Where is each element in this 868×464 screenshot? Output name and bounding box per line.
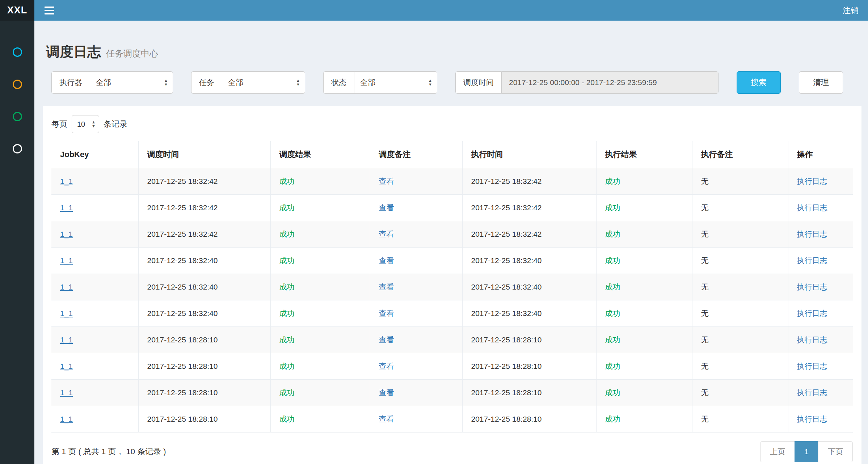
- table-row: 1_1 2017-12-25 18:32:40 成功 查看 2017-12-25…: [51, 300, 853, 326]
- circle-icon: [13, 47, 22, 57]
- handle-result-text: 成功: [605, 362, 620, 370]
- handle-time-cell: 2017-12-25 18:32:40: [462, 247, 596, 274]
- jobkey-link[interactable]: 1_1: [60, 388, 73, 397]
- handle-time-cell: 2017-12-25 18:28:10: [462, 353, 596, 379]
- handle-time-cell: 2017-12-25 18:28:10: [462, 406, 596, 432]
- sidebar-item-3[interactable]: [0, 100, 34, 132]
- exec-log-link[interactable]: 执行日志: [797, 415, 827, 423]
- handle-result-text: 成功: [605, 388, 620, 397]
- handle-time-cell: 2017-12-25 18:28:10: [462, 326, 596, 353]
- handle-time-cell: 2017-12-25 18:32:40: [462, 274, 596, 300]
- exec-log-link[interactable]: 执行日志: [797, 362, 827, 370]
- handle-msg-cell: 无: [692, 274, 788, 300]
- job-filter-label: 任务: [191, 71, 222, 94]
- handle-msg-cell: 无: [692, 326, 788, 353]
- logout-link[interactable]: 注销: [843, 5, 859, 16]
- sidebar-toggle-icon[interactable]: [45, 7, 54, 14]
- trigger-time-cell: 2017-12-25 18:28:10: [138, 353, 270, 379]
- clear-button[interactable]: 清理: [799, 71, 843, 94]
- jobkey-link[interactable]: 1_1: [60, 362, 73, 370]
- col-trigger-result: 调度结果: [270, 141, 370, 168]
- search-button[interactable]: 搜索: [737, 71, 781, 94]
- trigger-time-cell: 2017-12-25 18:32:40: [138, 300, 270, 326]
- sidebar-item-2[interactable]: [0, 68, 34, 100]
- sidebar: [0, 21, 34, 464]
- executor-filter-group: 执行器 全部 ▲▼: [51, 71, 173, 94]
- trigger-msg-link[interactable]: 查看: [379, 203, 394, 212]
- trigger-time-cell: 2017-12-25 18:32:42: [138, 168, 270, 194]
- col-trigger-msg: 调度备注: [370, 141, 462, 168]
- trigger-time-filter-group: 调度时间: [455, 71, 719, 94]
- status-filter-group: 状态 全部 ▲▼: [323, 71, 437, 94]
- executor-select[interactable]: 全部: [90, 71, 173, 94]
- jobkey-link[interactable]: 1_1: [60, 177, 73, 185]
- handle-msg-cell: 无: [692, 300, 788, 326]
- trigger-time-cell: 2017-12-25 18:28:10: [138, 379, 270, 406]
- app-logo[interactable]: XXL: [0, 0, 34, 21]
- sidebar-item-1[interactable]: [0, 36, 34, 68]
- trigger-msg-link[interactable]: 查看: [379, 309, 394, 317]
- navbar-main: 注销: [34, 0, 868, 21]
- handle-msg-cell: 无: [692, 247, 788, 274]
- exec-log-link[interactable]: 执行日志: [797, 283, 827, 291]
- log-table: JobKey 调度时间 调度结果 调度备注 执行时间 执行结果 执行备注 操作 …: [51, 141, 853, 433]
- per-page-select[interactable]: 10: [72, 115, 99, 133]
- exec-log-link[interactable]: 执行日志: [797, 388, 827, 397]
- jobkey-link[interactable]: 1_1: [60, 415, 73, 423]
- handle-msg-cell: 无: [692, 406, 788, 432]
- trigger-msg-link[interactable]: 查看: [379, 283, 394, 291]
- trigger-msg-link[interactable]: 查看: [379, 415, 394, 423]
- trigger-time-range-input[interactable]: [501, 71, 719, 94]
- trigger-msg-link[interactable]: 查看: [379, 230, 394, 238]
- table-row: 1_1 2017-12-25 18:28:10 成功 查看 2017-12-25…: [51, 353, 853, 379]
- circle-icon: [13, 144, 22, 153]
- page-subtitle: 任务调度中心: [106, 48, 158, 58]
- trigger-msg-link[interactable]: 查看: [379, 388, 394, 397]
- handle-result-text: 成功: [605, 256, 620, 265]
- sidebar-item-4[interactable]: [0, 132, 34, 165]
- table-row: 1_1 2017-12-25 18:28:10 成功 查看 2017-12-25…: [51, 379, 853, 406]
- jobkey-link[interactable]: 1_1: [60, 230, 73, 238]
- handle-time-cell: 2017-12-25 18:32:40: [462, 300, 596, 326]
- trigger-msg-link[interactable]: 查看: [379, 256, 394, 265]
- col-handle-msg: 执行备注: [692, 141, 788, 168]
- handle-time-cell: 2017-12-25 18:32:42: [462, 168, 596, 194]
- exec-log-link[interactable]: 执行日志: [797, 336, 827, 344]
- exec-log-link[interactable]: 执行日志: [797, 309, 827, 317]
- handle-msg-cell: 无: [692, 168, 788, 194]
- handle-msg-cell: 无: [692, 194, 788, 221]
- table-row: 1_1 2017-12-25 18:32:42 成功 查看 2017-12-25…: [51, 168, 853, 194]
- jobkey-link[interactable]: 1_1: [60, 309, 73, 317]
- jobkey-link[interactable]: 1_1: [60, 256, 73, 265]
- jobkey-link[interactable]: 1_1: [60, 336, 73, 344]
- circle-icon: [13, 80, 22, 89]
- trigger-result-text: 成功: [279, 177, 295, 185]
- status-select[interactable]: 全部: [354, 71, 437, 94]
- trigger-msg-link[interactable]: 查看: [379, 336, 394, 344]
- trigger-time-cell: 2017-12-25 18:32:42: [138, 221, 270, 247]
- pagination: 上页 1 下页: [760, 441, 853, 462]
- per-page-control: 每页 10 ▲▼ 条记录: [51, 114, 853, 141]
- trigger-msg-link[interactable]: 查看: [379, 362, 394, 370]
- handle-result-text: 成功: [605, 230, 620, 238]
- trigger-msg-link[interactable]: 查看: [379, 177, 394, 185]
- next-page-button[interactable]: 下页: [818, 441, 853, 462]
- content-area: 调度日志任务调度中心 执行器 全部 ▲▼ 任务 全部 ▲▼: [34, 21, 868, 464]
- jobkey-link[interactable]: 1_1: [60, 283, 73, 291]
- exec-log-link[interactable]: 执行日志: [797, 256, 827, 265]
- page-header: 调度日志任务调度中心: [34, 21, 868, 71]
- prev-page-button[interactable]: 上页: [760, 441, 795, 462]
- exec-log-link[interactable]: 执行日志: [797, 177, 827, 185]
- handle-msg-cell: 无: [692, 353, 788, 379]
- current-page-button[interactable]: 1: [795, 441, 818, 462]
- exec-log-link[interactable]: 执行日志: [797, 230, 827, 238]
- jobkey-link[interactable]: 1_1: [60, 203, 73, 212]
- table-row: 1_1 2017-12-25 18:28:10 成功 查看 2017-12-25…: [51, 406, 853, 432]
- job-select[interactable]: 全部: [222, 71, 305, 94]
- trigger-result-text: 成功: [279, 309, 295, 317]
- trigger-time-cell: 2017-12-25 18:28:10: [138, 406, 270, 432]
- filter-bar: 执行器 全部 ▲▼ 任务 全部 ▲▼ 状态: [34, 71, 868, 106]
- circle-icon: [13, 112, 22, 121]
- exec-log-link[interactable]: 执行日志: [797, 203, 827, 212]
- handle-result-text: 成功: [605, 415, 620, 423]
